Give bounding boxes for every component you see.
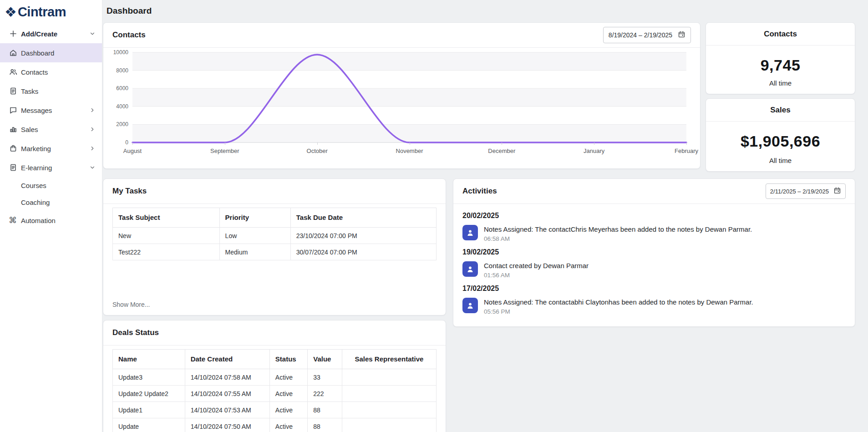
chevron-right-icon: [89, 107, 96, 113]
activity-time: 06:58 AM: [484, 235, 752, 242]
topbar: Dashboard: [102, 0, 868, 22]
table-cell: Active: [269, 386, 307, 402]
x-axis-tick: [132, 142, 133, 145]
table-cell: Active: [269, 402, 307, 418]
my-tasks-card: My Tasks Task SubjectPriorityTask Due Da…: [103, 178, 446, 315]
table-cell: Active: [269, 369, 307, 386]
sidebar-nav: Add/Create Dashboard Contacts Tasks Mess…: [0, 22, 102, 230]
contacts-stat-period: All time: [706, 79, 855, 87]
sidebar-item-label: Marketing: [21, 145, 89, 152]
chevron-down-icon: [89, 164, 96, 171]
x-axis-label: September: [210, 147, 239, 154]
sidebar-item-label: Messages: [21, 107, 89, 114]
table-row[interactable]: Update314/10/2024 07:58 AMActive33: [113, 369, 437, 386]
calendar-icon[interactable]: [833, 187, 841, 196]
calendar-icon[interactable]: [678, 30, 685, 40]
brand-logo[interactable]: ❖ Cintram: [0, 0, 102, 22]
sidebar-item-sales[interactable]: Sales: [0, 120, 102, 139]
x-axis-tick: [225, 142, 225, 145]
activity-text: Contact created by Dewan Parmar: [484, 261, 589, 269]
activities-list: 20/02/2025 Notes Assigned: The contactCh…: [453, 204, 855, 321]
y-axis-tick-label: 2000: [116, 121, 128, 127]
activity-item: Contact created by Dewan Parmar 01:56 AM: [462, 261, 846, 279]
activities-date-range-value: 2/11/2025 – 2/19/2025: [770, 188, 829, 195]
x-axis-label: December: [488, 147, 515, 154]
column-header: Sales Representative: [342, 350, 436, 369]
sidebar-item-label: Tasks: [21, 87, 96, 95]
table-cell: 14/10/2024 07:50 AM: [185, 418, 269, 432]
column-header: Task Subject: [113, 208, 220, 228]
table-cell: New: [113, 228, 220, 244]
table-row[interactable]: Update14/10/2024 07:50 AMActive88: [113, 418, 437, 432]
sidebar-item-label: E-learning: [21, 164, 89, 172]
sidebar-item-add-create[interactable]: Add/Create: [0, 24, 102, 43]
sidebar-item-label: Contacts: [21, 68, 96, 76]
my-tasks-table: Task SubjectPriorityTask Due DateNewLow2…: [112, 208, 437, 260]
y-axis-tick-label: 6000: [116, 85, 128, 91]
sidebar-item-e-learning[interactable]: E-learning: [0, 158, 102, 177]
sidebar-item-label: Sales: [21, 126, 89, 133]
sidebar-item-coaching[interactable]: Coaching: [0, 194, 102, 211]
activity-group: 17/02/2025 Notes Assigned: The contactab…: [462, 285, 846, 315]
x-axis-label: January: [584, 147, 604, 154]
sidebar-item-label: Dashboard: [21, 49, 96, 57]
activities-header: Activities 2/11/2025 – 2/19/2025: [453, 179, 855, 204]
sidebar-item-tasks[interactable]: Tasks: [0, 81, 102, 101]
x-axis-tick: [410, 142, 410, 145]
sales-stat-card: Sales $1,905,696 All time: [706, 98, 855, 172]
table-row[interactable]: Update2 Update214/10/2024 07:55 AMActive…: [113, 386, 437, 402]
activities-title: Activities: [462, 187, 497, 196]
table-cell: 88: [308, 418, 342, 432]
document-icon: [9, 86, 21, 96]
sidebar-item-automation[interactable]: ⌘ Automation: [0, 211, 102, 230]
sidebar-item-label: Automation: [21, 217, 96, 224]
column-header: Status: [269, 350, 307, 369]
table-cell: Low: [219, 228, 290, 244]
activities-date-range-input[interactable]: 2/11/2025 – 2/19/2025: [766, 183, 846, 199]
sidebar-item-messages[interactable]: Messages: [0, 101, 102, 120]
deals-status-header: Deals Status: [103, 320, 446, 346]
sidebar-item-marketing[interactable]: Marketing: [0, 139, 102, 158]
home-icon: [9, 48, 21, 57]
document-icon: [9, 163, 21, 172]
show-more-link[interactable]: Show More...: [112, 301, 150, 308]
column-header: Date Created: [185, 350, 269, 369]
table-cell: [342, 418, 436, 432]
table-cell: 33: [308, 369, 342, 386]
sidebar-item-contacts[interactable]: Contacts: [0, 62, 102, 81]
table-row[interactable]: Update114/10/2024 07:53 AMActive88: [113, 402, 437, 418]
table-cell: 14/10/2024 07:55 AM: [185, 386, 269, 402]
x-axis-tick: [502, 142, 502, 145]
contacts-date-range-value: 8/19/2024 – 2/19/2025: [609, 31, 672, 39]
table-cell: Medium: [219, 244, 290, 260]
table-row[interactable]: Test222Medium30/07/2024 07:00 PM: [113, 244, 437, 260]
activity-date: 20/02/2025: [462, 212, 846, 220]
contacts-stat-title: Contacts: [706, 23, 855, 46]
column-header: Task Due Date: [290, 208, 436, 228]
plus-icon: [9, 29, 21, 38]
contact-avatar-icon: [462, 261, 478, 277]
contacts-line-series: [132, 52, 686, 142]
chevron-right-icon: [89, 126, 96, 132]
table-row[interactable]: NewLow23/10/2024 07:00 PM: [113, 228, 437, 244]
sidebar-item-dashboard[interactable]: Dashboard: [0, 43, 102, 62]
activity-date: 19/02/2025: [462, 248, 846, 256]
contacts-chart-title: Contacts: [112, 30, 146, 40]
my-tasks-header: My Tasks: [103, 179, 446, 204]
page-title: Dashboard: [102, 0, 868, 16]
contacts-chart-header: Contacts 8/19/2024 – 2/19/2025: [103, 23, 700, 48]
chevron-right-icon: [89, 145, 96, 152]
deals-status-card: Deals Status NameDate CreatedStatusValue…: [103, 320, 446, 432]
table-cell: Update2 Update2: [113, 386, 185, 402]
x-axis-label: February: [675, 147, 698, 154]
contacts-date-range-input[interactable]: 8/19/2024 – 2/19/2025: [603, 27, 691, 43]
brand-diamond-icon: ❖: [5, 5, 17, 19]
x-axis-tick: [686, 142, 687, 145]
activity-text: Notes Assigned: The contactChris Meyerha…: [484, 225, 752, 233]
sidebar-item-courses[interactable]: Courses: [0, 177, 102, 194]
contacts-stat-card: Contacts 9,745 All time: [706, 22, 855, 94]
activity-time: 01:56 AM: [484, 272, 589, 279]
activity-item: Notes Assigned: The contactChris Meyerha…: [462, 225, 846, 242]
sidebar: ❖ Cintram Add/Create Dashboard Contacts …: [0, 0, 102, 432]
column-header: Priority: [219, 208, 290, 228]
